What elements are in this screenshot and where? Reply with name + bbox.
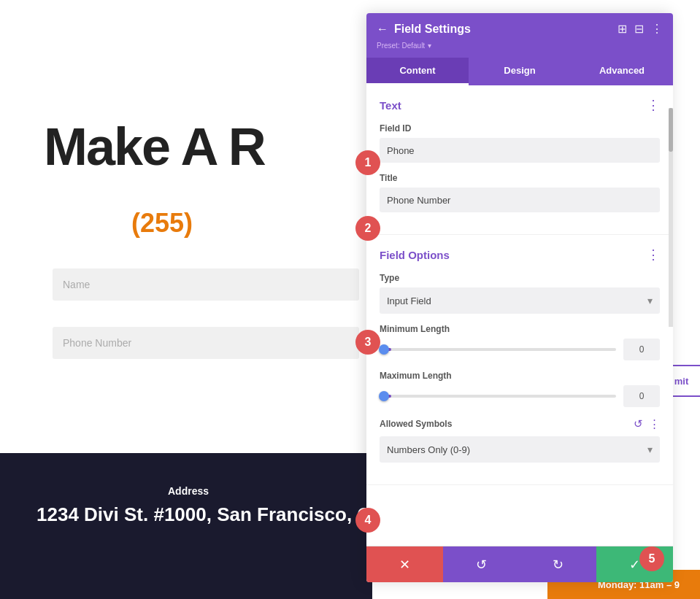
text-section-menu-icon[interactable]: ⋮: [647, 97, 660, 113]
tab-advanced[interactable]: Advanced: [571, 58, 673, 85]
panel-header: ← Field Settings ⊞ ⊟ ⋮ Preset: Default ▾: [366, 13, 673, 58]
panel-body: Text ⋮ Field ID Title Field Options ⋮ Ty…: [366, 85, 673, 546]
undo-button[interactable]: ↺: [443, 546, 520, 582]
footer-address-label: Address: [168, 485, 209, 497]
allowed-symbols-header: Allowed Symbols ↺ ⋮: [380, 417, 660, 430]
columns-icon[interactable]: ⊟: [634, 22, 644, 36]
more-icon[interactable]: ⋮: [651, 22, 663, 36]
page-phone: (255): [131, 208, 193, 239]
panel-tabs: Content Design Advanced: [366, 58, 673, 85]
title-label: Title: [380, 173, 660, 183]
back-icon[interactable]: ←: [377, 23, 388, 36]
text-section: Text ⋮ Field ID Title: [366, 85, 673, 235]
max-length-group: Maximum Length: [380, 371, 660, 407]
allowed-symbols-label: Allowed Symbols: [380, 419, 452, 429]
max-length-label: Maximum Length: [380, 371, 660, 381]
panel-header-icons: ⊞ ⊟ ⋮: [618, 22, 663, 36]
title-group: Title: [380, 173, 660, 212]
min-length-label: Minimum Length: [380, 324, 660, 334]
allowed-symbols-icons: ↺ ⋮: [634, 417, 660, 430]
type-select[interactable]: Input Field Textarea Select Checkbox Rad…: [380, 287, 660, 314]
step-badge-1: 1: [355, 150, 380, 175]
field-id-group: Field ID: [380, 123, 660, 163]
allowed-symbols-select[interactable]: Numbers Only (0-9) Letters Only Alphanum…: [380, 436, 660, 463]
form-phone-field[interactable]: Phone Number: [53, 327, 359, 359]
title-input[interactable]: [380, 188, 660, 212]
resize-icon[interactable]: ⊞: [618, 22, 627, 36]
field-options-title: Field Options: [380, 249, 450, 261]
step-badge-3: 3: [355, 330, 380, 355]
cancel-button[interactable]: ✕: [366, 546, 443, 582]
min-length-slider-thumb[interactable]: [379, 344, 389, 355]
type-select-wrapper: Input Field Textarea Select Checkbox Rad…: [380, 287, 660, 314]
max-length-slider-track[interactable]: [380, 395, 616, 398]
field-options-section-header: Field Options ⋮: [380, 247, 660, 263]
text-section-title: Text: [380, 99, 401, 112]
step-badge-5: 5: [639, 546, 664, 571]
allowed-symbols-reset-icon[interactable]: ↺: [634, 417, 643, 430]
max-length-value[interactable]: [623, 385, 660, 407]
panel-title-row: ← Field Settings: [377, 23, 471, 36]
scrollbar-thumb[interactable]: [669, 108, 673, 152]
allowed-symbols-group: Allowed Symbols ↺ ⋮ Numbers Only (0-9) L…: [380, 417, 660, 463]
panel-preset[interactable]: Preset: Default ▾: [377, 40, 663, 50]
field-options-section: Field Options ⋮ Type Input Field Textare…: [366, 235, 673, 485]
min-length-slider-track[interactable]: [380, 348, 616, 351]
field-id-input[interactable]: [380, 138, 660, 163]
field-id-label: Field ID: [380, 123, 660, 134]
max-length-slider-thumb[interactable]: [379, 391, 389, 401]
panel-header-top: ← Field Settings ⊞ ⊟ ⋮: [377, 22, 663, 36]
field-options-menu-icon[interactable]: ⋮: [647, 247, 660, 263]
redo-button[interactable]: ↻: [520, 546, 596, 582]
footer-background: [0, 453, 372, 599]
form-name-field[interactable]: Name: [53, 268, 359, 301]
tab-content[interactable]: Content: [366, 58, 469, 85]
field-settings-panel: ← Field Settings ⊞ ⊟ ⋮ Preset: Default ▾…: [366, 13, 673, 582]
scrollbar[interactable]: [669, 108, 673, 327]
step-badge-4: 4: [355, 508, 380, 533]
tab-design[interactable]: Design: [469, 58, 571, 85]
panel-title: Field Settings: [394, 23, 471, 36]
type-label: Type: [380, 273, 660, 283]
page-heading: Make A R: [44, 117, 265, 177]
max-length-slider-row: [380, 385, 660, 407]
min-length-group: Minimum Length: [380, 324, 660, 360]
panel-toolbar: ✕ ↺ ↻ ✓: [366, 546, 673, 582]
allowed-symbols-select-wrapper: Numbers Only (0-9) Letters Only Alphanum…: [380, 436, 660, 463]
step-badge-2: 2: [355, 216, 380, 241]
type-group: Type Input Field Textarea Select Checkbo…: [380, 273, 660, 314]
min-length-value[interactable]: [623, 339, 660, 360]
min-length-slider-row: [380, 339, 660, 360]
text-section-header: Text ⋮: [380, 97, 660, 113]
allowed-symbols-menu-icon[interactable]: ⋮: [649, 417, 660, 430]
